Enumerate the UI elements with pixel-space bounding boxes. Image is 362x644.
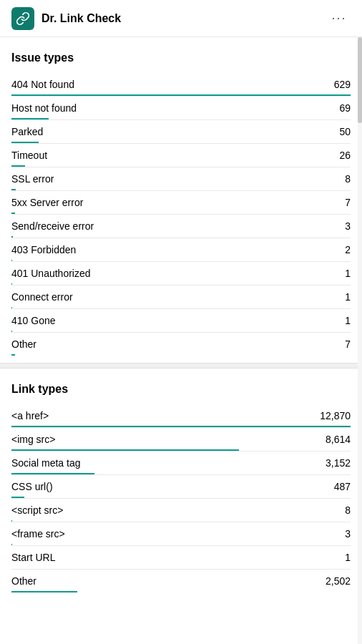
issue-type-label: Host not found [11, 102, 77, 114]
link-type-label: <img src> [11, 434, 55, 445]
app-icon [11, 7, 34, 30]
link-type-value: 487 [334, 481, 351, 492]
bar-indicator [11, 354, 15, 356]
issue-type-row[interactable]: 410 Gone1 [11, 309, 351, 333]
issue-type-row[interactable]: Connect error1 [11, 286, 351, 309]
issue-type-label: SSL error [11, 173, 54, 185]
link-type-value: 2,502 [326, 575, 351, 587]
link-type-row[interactable]: <a href>12,870 [11, 404, 351, 428]
link-type-row[interactable]: Social meta tag3,152 [11, 452, 351, 475]
bar-indicator [11, 283, 12, 285]
link-type-value: 8 [345, 504, 351, 516]
issue-type-label: Connect error [11, 291, 73, 303]
link-type-row[interactable]: <frame src>3 [11, 522, 351, 546]
link-type-label: CSS url() [11, 481, 53, 492]
link-type-value: 3,152 [326, 457, 351, 469]
link-type-label: <script src> [11, 504, 63, 516]
bar-indicator [11, 213, 15, 214]
link-type-row[interactable]: CSS url()487 [11, 475, 351, 499]
issue-type-label: 403 Forbidden [11, 244, 76, 255]
issue-type-value: 3 [345, 220, 351, 232]
more-icon: ··· [331, 11, 346, 26]
link-type-row[interactable]: Other2,502 [11, 570, 351, 592]
issue-type-row[interactable]: Send/receive error3 [11, 215, 351, 238]
bar-indicator [11, 189, 16, 190]
issue-type-row[interactable]: Parked50 [11, 120, 351, 144]
link-type-row[interactable]: Start URL1 [11, 546, 351, 570]
link-type-label: Other [11, 575, 36, 587]
link-type-value: 8,614 [326, 434, 351, 445]
bar-indicator [11, 307, 12, 308]
link-type-label: <frame src> [11, 528, 65, 540]
app-title: Dr. Link Check [41, 12, 121, 25]
link-types-list: <a href>12,870<img src>8,614Social meta … [11, 404, 351, 592]
issue-types-list: 404 Not found629Host not found69Parked50… [11, 73, 351, 356]
issue-type-label: 410 Gone [11, 315, 56, 326]
issue-type-row[interactable]: SSL error8 [11, 167, 351, 191]
bar-indicator [11, 236, 13, 238]
section-divider [0, 363, 362, 369]
issue-type-value: 26 [339, 150, 351, 161]
issue-type-value: 1 [345, 268, 351, 279]
bar-indicator [11, 473, 94, 474]
issue-types-section: Issue types 404 Not found629Host not fou… [0, 37, 362, 363]
link-types-title: Link types [11, 383, 351, 396]
more-options-button[interactable]: ··· [328, 7, 351, 30]
issue-type-row[interactable]: 403 Forbidden2 [11, 238, 351, 262]
issue-type-label: Send/receive error [11, 220, 94, 232]
issue-type-label: Timeout [11, 150, 47, 161]
bar-indicator [11, 165, 25, 167]
main-content: Issue types 404 Not found629Host not fou… [0, 37, 362, 600]
bar-indicator [11, 94, 351, 96]
issue-types-title: Issue types [11, 52, 351, 64]
link-type-value: 12,870 [320, 410, 351, 421]
bar-indicator [11, 449, 239, 451]
issue-type-value: 7 [345, 197, 351, 208]
app-header: Dr. Link Check ··· [0, 0, 362, 37]
link-type-row[interactable]: <script src>8 [11, 499, 351, 522]
issue-type-value: 629 [334, 79, 351, 90]
link-type-row[interactable]: <img src>8,614 [11, 428, 351, 452]
link-type-value: 1 [345, 552, 351, 563]
issue-type-label: 5xx Server error [11, 197, 83, 208]
issue-type-row[interactable]: Other7 [11, 333, 351, 356]
issue-type-label: Other [11, 338, 36, 350]
link-type-label: Start URL [11, 552, 55, 563]
issue-type-value: 69 [339, 102, 351, 114]
issue-type-label: 404 Not found [11, 79, 74, 90]
bar-indicator [11, 591, 77, 592]
issue-type-value: 1 [345, 315, 351, 326]
issue-type-value: 1 [345, 291, 351, 303]
issue-type-row[interactable]: Host not found69 [11, 97, 351, 120]
issue-type-value: 7 [345, 338, 351, 350]
bar-indicator [11, 142, 39, 143]
link-type-label: Social meta tag [11, 457, 81, 469]
bar-indicator [11, 260, 12, 261]
app-container: Dr. Link Check ··· Issue types 404 Not f… [0, 0, 362, 600]
bar-indicator [11, 118, 49, 119]
issue-type-row[interactable]: Timeout26 [11, 144, 351, 167]
link-types-section: Link types <a href>12,870<img src>8,614S… [0, 369, 362, 600]
link-type-label: <a href> [11, 410, 49, 421]
issue-type-value: 50 [339, 126, 351, 137]
issue-type-label: 401 Unauthorized [11, 268, 91, 279]
scrollbar-thumb[interactable] [358, 37, 362, 123]
issue-type-row[interactable]: 401 Unauthorized1 [11, 262, 351, 286]
issue-type-row[interactable]: 5xx Server error7 [11, 191, 351, 215]
bar-indicator [11, 497, 24, 498]
bar-indicator [11, 331, 12, 332]
issue-type-label: Parked [11, 126, 43, 137]
issue-type-row[interactable]: 404 Not found629 [11, 73, 351, 97]
link-type-value: 3 [345, 528, 351, 540]
header-left: Dr. Link Check [11, 7, 121, 30]
bar-indicator [11, 426, 351, 427]
issue-type-value: 2 [345, 244, 351, 255]
issue-type-value: 8 [345, 173, 351, 185]
scrollbar-track [358, 37, 362, 644]
